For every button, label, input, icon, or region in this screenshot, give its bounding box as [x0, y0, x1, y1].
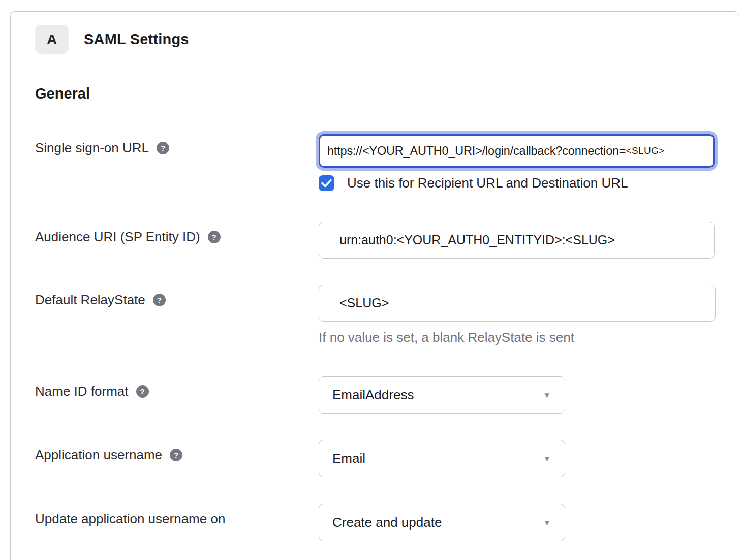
application-username-select[interactable]: Email ▾	[319, 440, 565, 477]
audience-uri-input[interactable]: urn:auth0:<YOUR_AUTH0_ENTITYID>:<SLUG>	[319, 222, 715, 259]
help-icon[interactable]: ?	[153, 294, 166, 306]
sso-url-label: Single sign-on URL	[35, 140, 149, 156]
form-row-sso-url: Single sign-on URL ? https://<YOUR_AUTH0…	[35, 133, 715, 168]
name-id-format-select[interactable]: EmailAddress ▾	[319, 376, 565, 414]
form-row-relay-state: Default RelayState ? <SLUG> If no value …	[35, 285, 715, 346]
relay-state-label: Default RelayState	[35, 292, 145, 308]
form-row-application-username: Application username ? Email ▾	[35, 440, 715, 477]
relay-state-label-wrap: Default RelayState ?	[35, 285, 319, 308]
help-icon[interactable]: ?	[136, 385, 149, 398]
update-username-on-value: Create and update	[332, 515, 442, 531]
sso-url-slug: <SLUG>	[626, 145, 664, 157]
form-row-audience-uri: Audience URI (SP Entity ID) ? urn:auth0:…	[35, 222, 715, 259]
recipient-url-checkbox-label: Use this for Recipient URL and Destinati…	[347, 175, 628, 191]
name-id-format-value: EmailAddress	[332, 387, 414, 403]
help-icon[interactable]: ?	[170, 449, 182, 461]
sso-url-value: https://<YOUR_AUTH0_URI>/login/callback?…	[327, 144, 626, 158]
chevron-down-icon: ▾	[544, 453, 549, 464]
recipient-url-checkbox[interactable]	[319, 175, 334, 191]
application-username-label: Application username	[35, 447, 162, 463]
name-id-format-label-wrap: Name ID format ?	[35, 376, 319, 399]
header: A SAML Settings	[35, 25, 715, 54]
saml-settings-form: Single sign-on URL ? https://<YOUR_AUTH0…	[35, 133, 715, 541]
update-username-on-label-wrap: Update application username on	[35, 504, 319, 527]
update-username-on-label: Update application username on	[35, 511, 225, 527]
application-username-label-wrap: Application username ?	[35, 440, 319, 463]
check-icon	[321, 179, 332, 188]
section-title-general: General	[35, 85, 715, 102]
audience-uri-label-wrap: Audience URI (SP Entity ID) ?	[35, 222, 319, 245]
recipient-url-checkbox-row: Use this for Recipient URL and Destinati…	[319, 175, 715, 191]
help-icon[interactable]: ?	[157, 142, 169, 154]
sso-url-label-wrap: Single sign-on URL ?	[35, 133, 319, 156]
sso-url-input[interactable]: https://<YOUR_AUTH0_URI>/login/callback?…	[319, 134, 715, 168]
relay-state-input[interactable]: <SLUG>	[319, 285, 716, 322]
chevron-down-icon: ▾	[544, 517, 549, 528]
name-id-format-label: Name ID format	[35, 384, 129, 399]
relay-state-field: <SLUG> If no value is set, a blank Relay…	[319, 285, 716, 346]
audience-uri-value: urn:auth0:<YOUR_AUTH0_ENTITYID>:<SLUG>	[339, 233, 615, 247]
relay-state-helper-text: If no value is set, a blank RelayState i…	[319, 330, 716, 346]
form-row-name-id-format: Name ID format ? EmailAddress ▾	[35, 376, 715, 414]
audience-uri-label: Audience URI (SP Entity ID)	[35, 229, 200, 245]
saml-settings-card: A SAML Settings General Single sign-on U…	[10, 11, 739, 560]
help-icon[interactable]: ?	[208, 231, 221, 243]
form-row-update-username-on: Update application username on Create an…	[35, 504, 715, 541]
update-username-on-select[interactable]: Create and update ▾	[319, 504, 565, 541]
page-title: SAML Settings	[84, 31, 189, 48]
step-badge: A	[35, 25, 69, 54]
application-username-value: Email	[332, 451, 365, 466]
relay-state-value: <SLUG>	[339, 296, 389, 310]
chevron-down-icon: ▾	[544, 389, 549, 401]
